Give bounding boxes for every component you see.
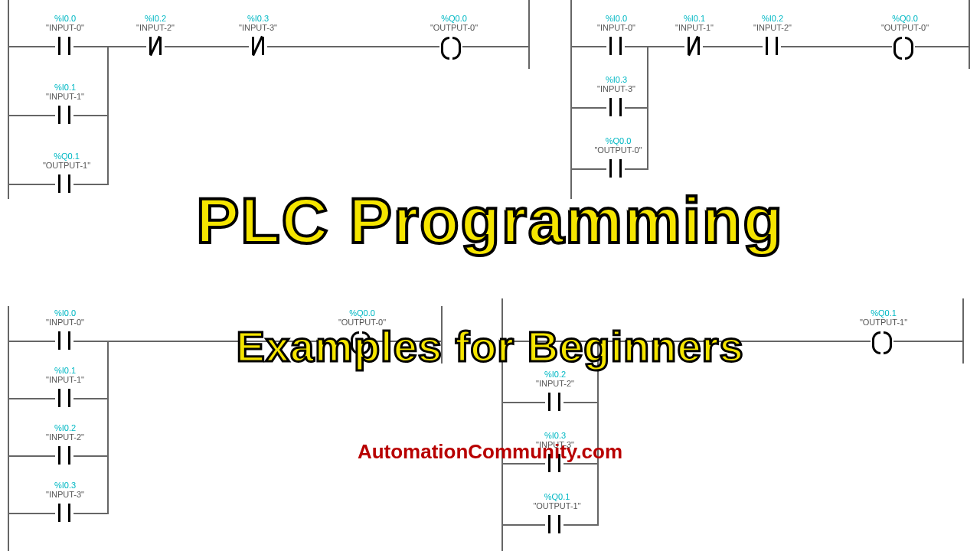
title-subtitle: Examples for Beginners: [236, 321, 743, 371]
address-label: %I0.3: [532, 431, 578, 440]
name-label: "INPUT-1": [42, 375, 88, 384]
name-label: "INPUT-2": [532, 379, 578, 388]
address-label: %I0.0: [593, 14, 639, 23]
name-label: "INPUT-3": [235, 23, 281, 32]
coil-output: [439, 37, 462, 55]
contact-no: [545, 393, 564, 411]
contact-nc: [146, 37, 165, 55]
name-label: "INPUT-0": [42, 318, 88, 327]
address-label: %I0.1: [42, 83, 88, 92]
name-label: "INPUT-3": [42, 490, 88, 499]
contact-no: [55, 331, 74, 350]
name-label: "OUTPUT-1": [857, 318, 910, 327]
name-label: "INPUT-2": [42, 432, 88, 442]
address-label: %I0.3: [235, 14, 281, 23]
contact-nc: [684, 37, 703, 55]
title-main: PLC Programming: [196, 184, 783, 258]
address-label: %I0.3: [593, 75, 639, 84]
name-label: "OUTPUT-1": [528, 501, 586, 510]
address-label: %Q0.0: [878, 14, 932, 23]
address-label: %Q0.0: [590, 136, 647, 145]
name-label: "INPUT-1": [671, 23, 717, 32]
address-label: %I0.2: [750, 14, 795, 23]
name-label: "INPUT-0": [593, 23, 639, 32]
address-label: %Q0.1: [40, 152, 93, 161]
contact-no: [606, 37, 625, 55]
address-label: %I0.2: [132, 14, 178, 23]
name-label: "INPUT-0": [42, 23, 88, 32]
address-label: %I0.0: [42, 308, 88, 318]
contact-no: [55, 37, 74, 55]
address-label: %Q0.0: [427, 14, 481, 23]
address-label: %Q0.1: [857, 308, 910, 318]
name-label: "OUTPUT-1": [40, 161, 93, 170]
address-label: %I0.1: [42, 366, 88, 375]
contact-no: [763, 37, 781, 55]
name-label: "OUTPUT-0": [590, 145, 647, 155]
ladder-diagram-top-left: %I0.0"INPUT-0" %I0.2"INPUT-2" %I0.3"INPU…: [8, 0, 544, 199]
contact-no: [55, 504, 74, 522]
contact-no: [55, 106, 74, 124]
address-label: %I0.3: [42, 481, 88, 490]
contact-nc: [249, 37, 267, 55]
name-label: "OUTPUT-0": [427, 23, 481, 32]
address-label: %Q0.1: [528, 492, 586, 501]
address-label: %I0.2: [42, 423, 88, 432]
contact-no: [55, 389, 74, 407]
name-label: "INPUT-2": [132, 23, 178, 32]
site-url: AutomationCommunity.com: [358, 440, 622, 464]
contact-no: [545, 515, 564, 533]
name-label: "INPUT-3": [593, 84, 639, 93]
address-label: %Q0.0: [335, 308, 389, 318]
contact-no: [55, 174, 74, 193]
name-label: "INPUT-2": [750, 23, 795, 32]
contact-no: [55, 446, 74, 465]
coil-output: [892, 37, 915, 55]
address-label: %I0.0: [42, 14, 88, 23]
contact-no: [606, 159, 625, 178]
coil-output: [871, 331, 893, 350]
contact-no: [606, 98, 625, 116]
address-label: %I0.1: [671, 14, 717, 23]
name-label: "INPUT-1": [42, 92, 88, 101]
name-label: "OUTPUT-0": [878, 23, 932, 32]
ladder-diagram-top-right: %I0.0"INPUT-0" %I0.1"INPUT-1" %I0.2"INPU…: [570, 0, 976, 199]
